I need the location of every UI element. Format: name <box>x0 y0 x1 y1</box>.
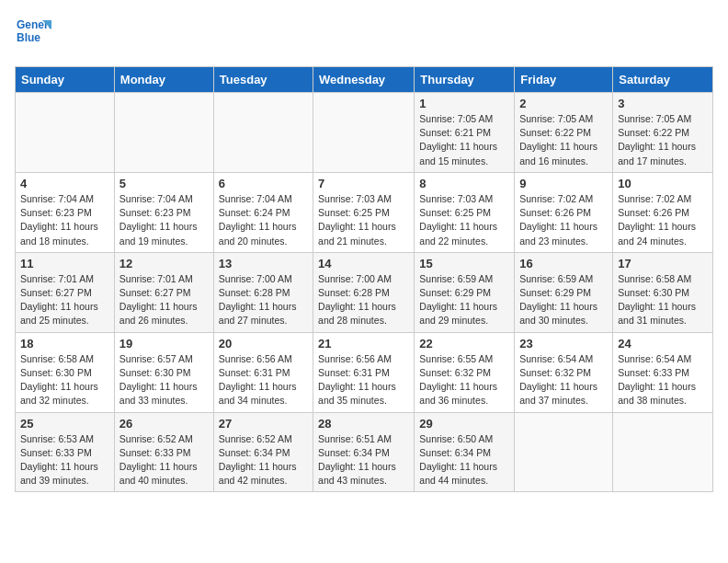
calendar-cell: 17Sunrise: 6:58 AMSunset: 6:30 PMDayligh… <box>613 252 713 332</box>
day-info: Sunrise: 7:02 AMSunset: 6:26 PMDaylight:… <box>519 192 608 248</box>
day-info: Sunrise: 6:55 AMSunset: 6:32 PMDaylight:… <box>419 352 509 408</box>
day-info: Sunrise: 6:54 AMSunset: 6:33 PMDaylight:… <box>618 352 708 408</box>
day-info: Sunrise: 7:04 AMSunset: 6:23 PMDaylight:… <box>119 192 209 248</box>
weekday-header-saturday: Saturday <box>613 67 713 93</box>
calendar-cell: 16Sunrise: 6:59 AMSunset: 6:29 PMDayligh… <box>515 252 613 332</box>
calendar-table: SundayMondayTuesdayWednesdayThursdayFrid… <box>15 66 713 492</box>
calendar-cell: 18Sunrise: 6:58 AMSunset: 6:30 PMDayligh… <box>16 332 115 412</box>
day-info: Sunrise: 7:03 AMSunset: 6:25 PMDaylight:… <box>318 192 409 248</box>
calendar-week-row: 11Sunrise: 7:01 AMSunset: 6:27 PMDayligh… <box>16 252 713 332</box>
calendar-cell <box>16 93 115 173</box>
day-number: 22 <box>419 337 509 350</box>
calendar-cell: 1Sunrise: 7:05 AMSunset: 6:21 PMDaylight… <box>415 93 515 173</box>
header: General Blue <box>15 15 713 55</box>
day-info: Sunrise: 7:00 AMSunset: 6:28 PMDaylight:… <box>318 272 409 328</box>
day-info: Sunrise: 6:58 AMSunset: 6:30 PMDaylight:… <box>618 272 708 328</box>
day-info: Sunrise: 7:00 AMSunset: 6:28 PMDaylight:… <box>219 272 308 328</box>
calendar-cell <box>613 412 713 492</box>
weekday-header-row: SundayMondayTuesdayWednesdayThursdayFrid… <box>16 67 713 93</box>
logo-svg: General Blue <box>15 15 51 52</box>
day-info: Sunrise: 6:53 AMSunset: 6:33 PMDaylight:… <box>20 432 109 488</box>
calendar-week-row: 25Sunrise: 6:53 AMSunset: 6:33 PMDayligh… <box>16 412 713 492</box>
page: General Blue SundayMondayTuesdayWednesda… <box>0 0 728 507</box>
day-info: Sunrise: 6:56 AMSunset: 6:31 PMDaylight:… <box>219 352 308 408</box>
day-number: 17 <box>618 257 708 270</box>
day-number: 24 <box>618 337 708 350</box>
calendar-cell: 6Sunrise: 7:04 AMSunset: 6:24 PMDaylight… <box>213 172 313 252</box>
day-number: 26 <box>119 417 209 431</box>
day-info: Sunrise: 6:54 AMSunset: 6:32 PMDaylight:… <box>519 352 608 408</box>
day-info: Sunrise: 7:01 AMSunset: 6:27 PMDaylight:… <box>20 272 109 328</box>
day-info: Sunrise: 6:51 AMSunset: 6:34 PMDaylight:… <box>318 432 409 488</box>
day-number: 23 <box>519 337 608 350</box>
weekday-header-wednesday: Wednesday <box>313 67 415 93</box>
calendar-week-row: 4Sunrise: 7:04 AMSunset: 6:23 PMDaylight… <box>16 172 713 252</box>
calendar-cell: 15Sunrise: 6:59 AMSunset: 6:29 PMDayligh… <box>415 252 515 332</box>
day-number: 13 <box>219 257 308 270</box>
calendar-week-row: 1Sunrise: 7:05 AMSunset: 6:21 PMDaylight… <box>16 93 713 173</box>
day-info: Sunrise: 6:56 AMSunset: 6:31 PMDaylight:… <box>318 352 409 408</box>
day-number: 5 <box>119 177 209 190</box>
calendar-cell: 26Sunrise: 6:52 AMSunset: 6:33 PMDayligh… <box>114 412 213 492</box>
calendar-cell: 29Sunrise: 6:50 AMSunset: 6:34 PMDayligh… <box>415 412 515 492</box>
calendar-cell: 13Sunrise: 7:00 AMSunset: 6:28 PMDayligh… <box>213 252 313 332</box>
calendar-cell: 11Sunrise: 7:01 AMSunset: 6:27 PMDayligh… <box>16 252 115 332</box>
calendar-cell: 19Sunrise: 6:57 AMSunset: 6:30 PMDayligh… <box>114 332 213 412</box>
day-number: 3 <box>618 97 708 110</box>
calendar-cell: 24Sunrise: 6:54 AMSunset: 6:33 PMDayligh… <box>613 332 713 412</box>
calendar-cell: 9Sunrise: 7:02 AMSunset: 6:26 PMDaylight… <box>515 172 613 252</box>
day-number: 12 <box>119 257 209 270</box>
day-info: Sunrise: 6:52 AMSunset: 6:33 PMDaylight:… <box>119 432 209 488</box>
svg-text:Blue: Blue <box>17 31 40 44</box>
day-info: Sunrise: 7:01 AMSunset: 6:27 PMDaylight:… <box>119 272 209 328</box>
weekday-header-thursday: Thursday <box>415 67 515 93</box>
day-info: Sunrise: 7:05 AMSunset: 6:22 PMDaylight:… <box>618 112 708 168</box>
calendar-cell: 12Sunrise: 7:01 AMSunset: 6:27 PMDayligh… <box>114 252 213 332</box>
day-number: 2 <box>519 97 608 110</box>
day-info: Sunrise: 7:05 AMSunset: 6:22 PMDaylight:… <box>519 112 608 168</box>
day-info: Sunrise: 6:57 AMSunset: 6:30 PMDaylight:… <box>119 352 209 408</box>
calendar-cell: 27Sunrise: 6:52 AMSunset: 6:34 PMDayligh… <box>213 412 313 492</box>
day-number: 11 <box>20 257 109 270</box>
calendar-cell: 7Sunrise: 7:03 AMSunset: 6:25 PMDaylight… <box>313 172 415 252</box>
day-number: 7 <box>318 177 409 190</box>
day-number: 15 <box>419 257 509 270</box>
day-number: 29 <box>419 417 509 431</box>
day-info: Sunrise: 7:04 AMSunset: 6:24 PMDaylight:… <box>219 192 308 248</box>
day-number: 1 <box>419 97 509 110</box>
day-number: 8 <box>419 177 509 190</box>
day-number: 27 <box>219 417 308 431</box>
day-number: 21 <box>318 337 409 350</box>
day-number: 20 <box>219 337 308 350</box>
calendar-cell <box>114 93 213 173</box>
weekday-header-monday: Monday <box>114 67 213 93</box>
day-number: 19 <box>119 337 209 350</box>
calendar-cell: 3Sunrise: 7:05 AMSunset: 6:22 PMDaylight… <box>613 93 713 173</box>
calendar-cell: 8Sunrise: 7:03 AMSunset: 6:25 PMDaylight… <box>415 172 515 252</box>
day-number: 4 <box>20 177 109 190</box>
calendar-week-row: 18Sunrise: 6:58 AMSunset: 6:30 PMDayligh… <box>16 332 713 412</box>
day-info: Sunrise: 7:03 AMSunset: 6:25 PMDaylight:… <box>419 192 509 248</box>
calendar-cell: 14Sunrise: 7:00 AMSunset: 6:28 PMDayligh… <box>313 252 415 332</box>
weekday-header-friday: Friday <box>515 67 613 93</box>
day-number: 10 <box>618 177 708 190</box>
calendar-cell: 23Sunrise: 6:54 AMSunset: 6:32 PMDayligh… <box>515 332 613 412</box>
calendar-cell: 5Sunrise: 7:04 AMSunset: 6:23 PMDaylight… <box>114 172 213 252</box>
day-info: Sunrise: 7:02 AMSunset: 6:26 PMDaylight:… <box>618 192 708 248</box>
day-info: Sunrise: 6:50 AMSunset: 6:34 PMDaylight:… <box>419 432 509 488</box>
calendar-cell <box>313 93 415 173</box>
weekday-header-sunday: Sunday <box>16 67 115 93</box>
day-number: 9 <box>519 177 608 190</box>
day-number: 16 <box>519 257 608 270</box>
calendar-cell: 4Sunrise: 7:04 AMSunset: 6:23 PMDaylight… <box>16 172 115 252</box>
day-info: Sunrise: 6:52 AMSunset: 6:34 PMDaylight:… <box>219 432 308 488</box>
logo: General Blue <box>15 15 51 55</box>
day-info: Sunrise: 6:58 AMSunset: 6:30 PMDaylight:… <box>20 352 109 408</box>
day-number: 6 <box>219 177 308 190</box>
calendar-cell: 20Sunrise: 6:56 AMSunset: 6:31 PMDayligh… <box>213 332 313 412</box>
day-info: Sunrise: 7:04 AMSunset: 6:23 PMDaylight:… <box>20 192 109 248</box>
calendar-cell: 21Sunrise: 6:56 AMSunset: 6:31 PMDayligh… <box>313 332 415 412</box>
calendar-cell: 22Sunrise: 6:55 AMSunset: 6:32 PMDayligh… <box>415 332 515 412</box>
calendar-cell: 25Sunrise: 6:53 AMSunset: 6:33 PMDayligh… <box>16 412 115 492</box>
calendar-cell <box>515 412 613 492</box>
